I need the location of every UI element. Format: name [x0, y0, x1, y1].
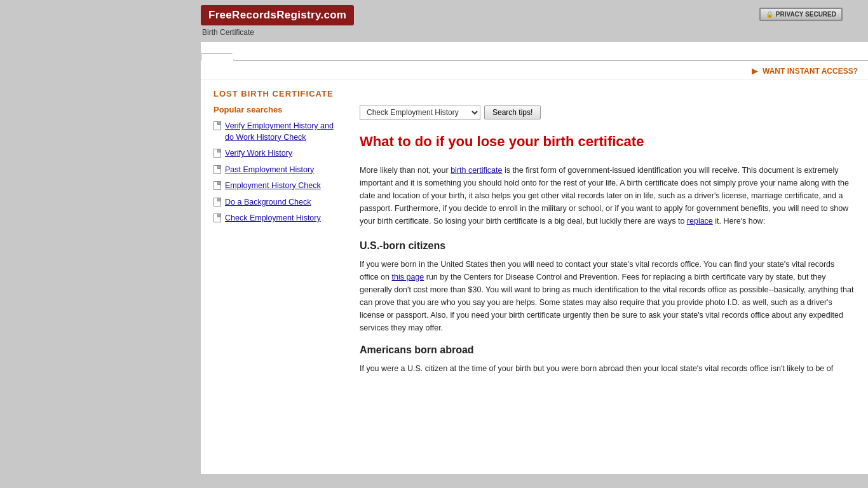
list-item: Employment History Check [214, 180, 341, 192]
arrow-icon: ▶ [752, 66, 758, 76]
list-item: Do a Background Check [214, 197, 341, 208]
birth-certificate-link[interactable]: birth certificate [451, 166, 502, 175]
page-title: LOST BIRTH CERTIFICATE [214, 89, 855, 98]
content-panel: ▶ WANT INSTANT ACCESS? LOST BIRTH CERTIF… [201, 42, 868, 474]
logo[interactable]: FreeRecordsRegistry.com [201, 5, 354, 25]
this-page-link[interactable]: this page [392, 273, 424, 281]
nav-link-verify-work[interactable]: Verify Work History [225, 148, 292, 159]
nav-link-past-employment[interactable]: Past Employment History [225, 165, 314, 176]
main-container: ▶ WANT INSTANT ACCESS? LOST BIRTH CERTIF… [201, 42, 868, 487]
section-heading-us-born: U.S.-born citizens [360, 240, 855, 252]
header-bar: FreeRecordsRegistry.com Birth Certificat… [0, 0, 868, 37]
instant-access-link[interactable]: WANT INSTANT ACCESS? [763, 67, 858, 76]
instant-access-bar: ▶ WANT INSTANT ACCESS? [201, 61, 868, 80]
logo-area: FreeRecordsRegistry.com Birth Certificat… [201, 5, 354, 37]
doc-icon [214, 149, 221, 158]
doc-icon [214, 214, 221, 222]
tab-line [234, 60, 868, 61]
doc-icon [214, 165, 221, 174]
article-intro: More likely than not, your birth certifi… [360, 164, 855, 227]
page-title-area: LOST BIRTH CERTIFICATE [201, 80, 868, 105]
list-item: Check Employment History [214, 213, 341, 224]
outer-wrapper: FreeRecordsRegistry.com Birth Certificat… [0, 0, 868, 488]
left-sidebar: Popular searches Verify Employment Histo… [214, 105, 353, 385]
search-bar: Check Employment History Verify Employme… [360, 105, 855, 120]
article: What to do if you lose your birth certif… [360, 133, 855, 375]
active-tab [201, 53, 234, 61]
site-subtitle: Birth Certificate [201, 28, 354, 37]
doc-icon [214, 181, 221, 190]
section-heading-abroad: Americans born abroad [360, 344, 855, 356]
privacy-text: PRIVACY SECURED [776, 11, 836, 18]
doc-icon [214, 198, 221, 207]
nav-link-check-employment[interactable]: Check Employment History [225, 213, 321, 224]
nav-link-verify-employment[interactable]: Verify Employment History and do Work Hi… [225, 121, 341, 143]
section-text-us-born: If you were born in the United States th… [360, 258, 855, 334]
nav-link-employment-check[interactable]: Employment History Check [225, 180, 321, 192]
list-item: Verify Employment History and do Work Hi… [214, 121, 341, 143]
popular-searches-title: Popular searches [214, 105, 341, 114]
privacy-badge: 🔒 PRIVACY SECURED [759, 8, 843, 21]
nav-list: Verify Employment History and do Work Hi… [214, 121, 341, 224]
nav-link-background-check[interactable]: Do a Background Check [225, 197, 311, 208]
tab-area [201, 42, 868, 61]
search-dropdown[interactable]: Check Employment History Verify Employme… [360, 105, 480, 120]
section-text-abroad: If you were a U.S. citizen at the time o… [360, 362, 855, 375]
list-item: Past Employment History [214, 165, 341, 176]
article-title: What to do if you lose your birth certif… [360, 133, 855, 151]
search-button[interactable]: Search tips! [484, 105, 541, 119]
list-item: Verify Work History [214, 148, 341, 159]
right-content: Check Employment History Verify Employme… [353, 105, 868, 385]
content-body: Popular searches Verify Employment Histo… [201, 105, 868, 398]
doc-icon [214, 121, 221, 130]
lock-icon: 🔒 [766, 11, 773, 18]
replace-link[interactable]: replace [687, 217, 713, 226]
